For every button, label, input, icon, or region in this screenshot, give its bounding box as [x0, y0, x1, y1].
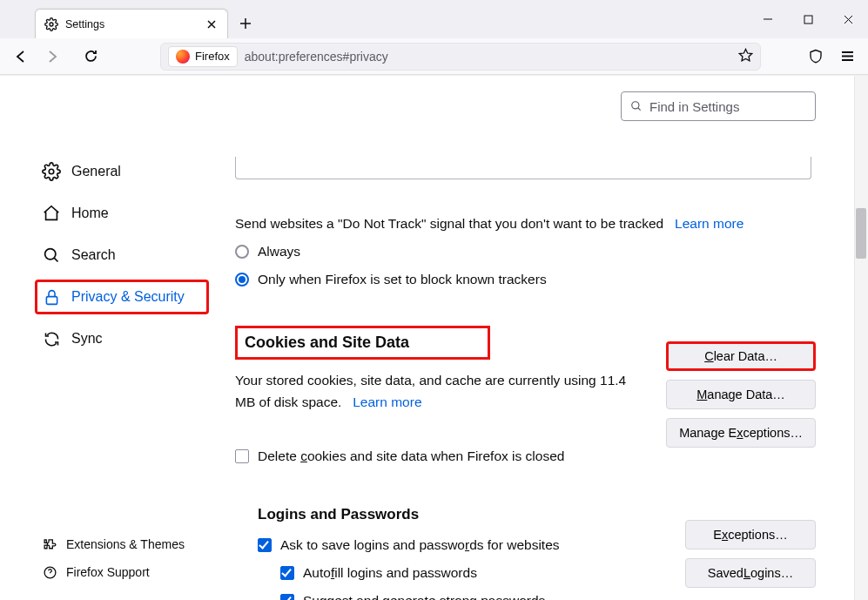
sidebar-item-general[interactable]: General	[35, 154, 209, 189]
clear-data-button[interactable]: Clear Data…	[666, 341, 816, 371]
radio-icon	[235, 245, 249, 259]
delete-cookies-checkbox-row[interactable]: Delete cookies and site data when Firefo…	[235, 448, 824, 464]
new-tab-button[interactable]	[233, 11, 258, 36]
sidebar: General Home Search Privacy & Security S…	[0, 76, 209, 600]
forward-button[interactable]	[38, 43, 66, 71]
radio-label: Only when Firefox is set to block known …	[258, 272, 547, 287]
app-menu-icon[interactable]	[833, 43, 861, 71]
sidebar-item-sync[interactable]: Sync	[35, 321, 209, 356]
sidebar-item-privacy[interactable]: Privacy & Security	[35, 280, 209, 314]
logins-buttons: Exceptions… Saved Logins…	[685, 520, 816, 588]
identity-label: Firefox	[195, 50, 230, 63]
window-controls	[748, 0, 868, 38]
sidebar-item-search[interactable]: Search	[35, 238, 209, 273]
checkbox-icon	[280, 566, 294, 580]
sidebar-item-home[interactable]: Home	[35, 196, 209, 231]
cookies-buttons: Clear Data… Manage Data… Manage Exceptio…	[666, 341, 816, 448]
main-panel: Find in Settings Send websites a "Do Not…	[209, 76, 868, 600]
url-text: about:preferences#privacy	[245, 50, 731, 64]
sidebar-label: Firefox Support	[66, 565, 150, 579]
svg-rect-4	[46, 296, 57, 304]
search-icon	[42, 246, 61, 265]
content: General Home Search Privacy & Security S…	[0, 75, 868, 600]
suggest-passwords-row[interactable]: Suggest and generate strong passwords	[280, 593, 824, 600]
checkbox-label: Ask to save logins and passwords for web…	[280, 537, 560, 553]
logins-exceptions-button[interactable]: Exceptions…	[685, 520, 816, 549]
search-icon	[630, 100, 643, 112]
checkbox-icon	[235, 449, 249, 463]
checkbox-label: Delete cookies and site data when Firefo…	[258, 448, 564, 464]
scrollbar[interactable]	[854, 76, 868, 600]
bookmark-star-icon[interactable]	[738, 48, 753, 65]
cookies-section-title-highlight: Cookies and Site Data	[235, 326, 490, 360]
browser-tab[interactable]: Settings	[35, 9, 228, 38]
close-window-button[interactable]	[828, 0, 868, 38]
svg-point-3	[44, 248, 55, 259]
minimize-button[interactable]	[748, 0, 788, 38]
radio-label: Always	[258, 244, 300, 260]
checkbox-icon	[280, 594, 294, 600]
truncated-section	[235, 157, 811, 179]
sidebar-label: Sync	[71, 331, 103, 347]
radio-icon	[235, 273, 249, 287]
checkbox-label: Autofill logins and passwords	[303, 565, 477, 581]
firefox-icon	[176, 50, 190, 64]
puzzle-icon	[42, 536, 57, 552]
checkbox-icon	[258, 538, 272, 552]
tab-title: Settings	[65, 18, 198, 30]
svg-point-2	[49, 169, 54, 174]
dnt-option-blocking[interactable]: Only when Firefox is set to block known …	[235, 272, 811, 287]
toolbar: Firefox about:preferences#privacy	[0, 38, 868, 75]
gear-icon	[42, 162, 61, 181]
reload-button[interactable]	[77, 43, 104, 71]
checkbox-label: Suggest and generate strong passwords	[303, 593, 545, 600]
dnt-description: Send websites a "Do Not Track" signal th…	[235, 216, 811, 232]
search-placeholder: Find in Settings	[649, 99, 739, 114]
svg-point-0	[50, 23, 53, 26]
maximize-button[interactable]	[788, 0, 828, 38]
settings-search[interactable]: Find in Settings	[621, 91, 816, 121]
close-tab-icon[interactable]	[205, 17, 219, 31]
sidebar-item-support[interactable]: Firefox Support	[35, 560, 192, 584]
sidebar-label: Search	[71, 247, 116, 263]
lock-icon	[42, 287, 61, 307]
titlebar: Settings	[0, 0, 868, 38]
svg-point-6	[632, 102, 639, 109]
manage-exceptions-button[interactable]: Manage Exceptions…	[666, 418, 816, 448]
sidebar-label: General	[71, 164, 121, 179]
dnt-learn-more-link[interactable]: Learn more	[675, 216, 744, 231]
sidebar-item-extensions[interactable]: Extensions & Themes	[35, 532, 192, 556]
sidebar-footer: Extensions & Themes Firefox Support	[35, 532, 192, 588]
cookies-description: Your stored cookies, site data, and cach…	[235, 370, 644, 414]
url-bar[interactable]: Firefox about:preferences#privacy	[160, 43, 761, 71]
sidebar-label: Home	[71, 206, 109, 221]
manage-data-button[interactable]: Manage Data…	[666, 380, 816, 409]
cookies-learn-more-link[interactable]: Learn more	[353, 394, 421, 409]
sidebar-label: Privacy & Security	[71, 289, 185, 305]
help-icon	[42, 564, 57, 580]
saved-logins-button[interactable]: Saved Logins…	[685, 558, 816, 588]
dnt-option-always[interactable]: Always	[235, 244, 811, 260]
svg-rect-1	[804, 16, 812, 24]
home-icon	[42, 204, 61, 223]
pocket-icon[interactable]	[802, 43, 830, 71]
sidebar-label: Extensions & Themes	[66, 537, 185, 551]
cookies-title: Cookies and Site Data	[245, 334, 409, 352]
scroll-thumb[interactable]	[856, 208, 866, 259]
site-identity[interactable]: Firefox	[168, 46, 238, 67]
back-button[interactable]	[7, 43, 35, 71]
gear-icon	[44, 17, 58, 31]
sync-icon	[42, 329, 61, 348]
